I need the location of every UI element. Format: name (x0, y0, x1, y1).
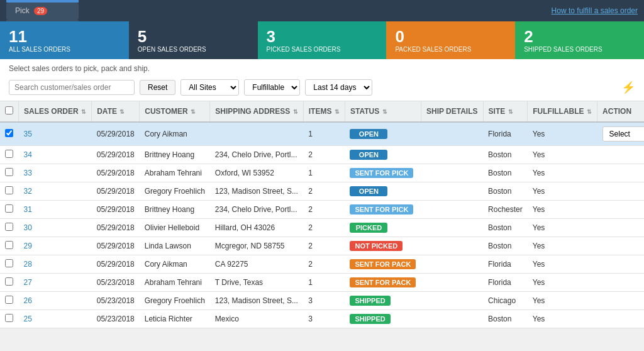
cell-sales-order: 26 (19, 292, 92, 310)
row-checkbox[interactable] (5, 204, 13, 213)
table-row: 2805/29/2018Cory AikmanCA 922752SENT FOR… (0, 255, 644, 274)
table-row: 2505/23/2018Leticia RichterMexico3SHIPPE… (0, 310, 644, 328)
cell-date: 05/29/2018 (92, 146, 140, 164)
cell-items: 2 (303, 255, 345, 274)
row-checkbox[interactable] (5, 314, 13, 322)
cell-date: 05/29/2018 (92, 122, 140, 146)
cell-fulfillable: Yes (528, 164, 597, 182)
cell-shipping-address (210, 122, 303, 146)
summary-bar: 11ALL SALES ORDERS5OPEN SALES ORDERS3PIC… (0, 21, 644, 59)
status-badge: SENT FOR PACK (350, 259, 416, 269)
select-all-checkbox[interactable] (5, 106, 13, 114)
cell-sales-order: 29 (19, 237, 92, 255)
status-badge: NOT PICKED (350, 241, 402, 251)
col-header-site[interactable]: SITE ⇅ (483, 101, 528, 122)
date-select[interactable]: Last 14 daysLast 30 daysLast 7 days (305, 79, 372, 96)
cell-status: OPEN (345, 182, 421, 201)
row-checkbox[interactable] (5, 168, 13, 176)
col-header-status[interactable]: STATUS ⇅ (345, 101, 421, 122)
cell-ship-details (421, 146, 483, 164)
cell-action (597, 274, 644, 292)
row-checkbox[interactable] (5, 277, 13, 286)
col-header-action[interactable]: ACTION (597, 101, 644, 122)
table-row: 3505/29/2018Cory Aikman1OPENFloridaYesSe… (0, 122, 644, 146)
status-badge: OPEN (350, 129, 387, 139)
cell-action (597, 164, 644, 182)
cell-status: PICKED (345, 219, 421, 237)
cell-fulfillable: Yes (528, 292, 597, 310)
cell-action (597, 292, 644, 310)
refresh-icon[interactable]: ⚡ (621, 81, 635, 94)
row-checkbox[interactable] (5, 186, 13, 194)
row-checkbox[interactable] (5, 259, 13, 267)
cell-fulfillable: Yes (528, 274, 597, 292)
cell-status: SENT FOR PACK (345, 274, 421, 292)
cell-items: 2 (303, 201, 345, 219)
cell-sales-order: 35 (19, 122, 92, 146)
cell-items: 1 (303, 274, 345, 292)
col-header-items[interactable]: ITEMS ⇅ (303, 101, 345, 122)
table-row: 2605/23/2018Gregory Froehlich123, Madiso… (0, 292, 644, 310)
col-header-ship_details[interactable]: SHIP DETAILS (421, 101, 483, 122)
help-link[interactable]: How to fulfill a sales order (552, 6, 638, 15)
cell-date: 05/29/2018 (92, 219, 140, 237)
summary-card-open[interactable]: 5OPEN SALES ORDERS (129, 21, 258, 59)
cell-shipping-address: 234, Chelo Drive, Portl... (210, 201, 303, 219)
table-row: 3205/29/2018Gregory Froehlich123, Madiso… (0, 182, 644, 201)
table-row: 3305/29/2018Abraham TehraniOxford, WI 53… (0, 164, 644, 182)
cell-site: Chicago (483, 292, 528, 310)
cell-ship-details (421, 201, 483, 219)
cell-customer: Abraham Tehrani (140, 274, 210, 292)
col-header-shipping_address[interactable]: SHIPPING ADDRESS ⇅ (210, 101, 303, 122)
col-header-customer[interactable]: CUSTOMER ⇅ (140, 101, 210, 122)
col-header-sales_order[interactable]: SALES ORDER ⇅ (19, 101, 92, 122)
cell-site: Florida (483, 255, 528, 274)
cell-shipping-address: Mcgregor, ND 58755 (210, 237, 303, 255)
cell-date: 05/29/2018 (92, 237, 140, 255)
nav-tab-pick[interactable]: Pick 29 (6, 3, 79, 19)
search-input[interactable] (9, 80, 135, 95)
cell-customer: Abraham Tehrani (140, 164, 210, 182)
row-checkbox[interactable] (5, 223, 13, 231)
fulfillable-select[interactable]: FulfillableAll (244, 79, 300, 96)
row-checkbox[interactable] (5, 241, 13, 249)
cell-fulfillable: Yes (528, 255, 597, 274)
cell-date: 05/29/2018 (92, 164, 140, 182)
reset-button[interactable]: Reset (140, 80, 175, 95)
cell-customer: Leticia Richter (140, 310, 210, 328)
cell-date: 05/23/2018 (92, 274, 140, 292)
cell-date: 05/29/2018 (92, 255, 140, 274)
cell-status: SHIPPED (345, 292, 421, 310)
table-row: 2705/23/2018Abraham TehraniT Drive, Texa… (0, 274, 644, 292)
cell-sales-order: 32 (19, 182, 92, 201)
table-header: SALES ORDER ⇅DATE ⇅CUSTOMER ⇅SHIPPING AD… (0, 101, 644, 122)
row-checkbox[interactable] (5, 129, 13, 137)
cell-sales-order: 30 (19, 219, 92, 237)
action-select[interactable]: Select (602, 126, 644, 142)
cell-site: Rochester (483, 201, 528, 219)
cell-fulfillable: Yes (528, 122, 597, 146)
summary-card-packed[interactable]: 0PACKED SALES ORDERS (386, 21, 515, 59)
cell-fulfillable: Yes (528, 146, 597, 164)
cell-shipping-address: 123, Madison Street, S... (210, 182, 303, 201)
cell-ship-details (421, 182, 483, 201)
cell-items: 2 (303, 237, 345, 255)
cell-items: 3 (303, 310, 345, 328)
cell-ship-details (421, 219, 483, 237)
summary-card-shipped[interactable]: 2SHIPPED SALES ORDERS (515, 21, 644, 59)
cell-action (597, 219, 644, 237)
col-header-fulfillable[interactable]: FULFILLABLE ⇅ (528, 101, 597, 122)
cell-customer: Brittney Hoang (140, 201, 210, 219)
cell-site: Florida (483, 122, 528, 146)
cell-ship-details (421, 274, 483, 292)
row-checkbox[interactable] (5, 296, 13, 304)
site-select[interactable]: All SitesBostonFloridaChicagoRochester (180, 79, 239, 96)
cell-action (597, 310, 644, 328)
col-header-date[interactable]: DATE ⇅ (92, 101, 140, 122)
row-checkbox[interactable] (5, 150, 13, 158)
summary-card-all[interactable]: 11ALL SALES ORDERS (0, 21, 129, 59)
cell-action (597, 255, 644, 274)
table-wrap: SALES ORDER ⇅DATE ⇅CUSTOMER ⇅SHIPPING AD… (0, 101, 644, 328)
cell-shipping-address: Mexico (210, 310, 303, 328)
summary-card-picked[interactable]: 3PICKED SALES ORDERS (258, 21, 387, 59)
